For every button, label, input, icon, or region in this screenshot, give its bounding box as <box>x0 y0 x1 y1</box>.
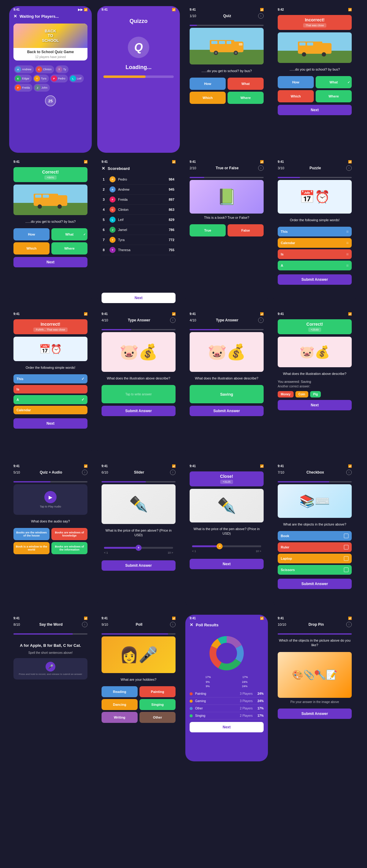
poll-writing[interactable]: Writing <box>102 712 138 723</box>
slider-close-thumb[interactable]: 4 <box>217 543 223 549</box>
checkbox-laptop[interactable]: Laptop <box>278 554 352 563</box>
avatar-jamel: J <box>110 227 116 233</box>
puzzle-calendar[interactable]: Calendar ≡ <box>278 238 352 248</box>
info-icon-10[interactable]: i <box>170 317 175 323</box>
answer-what[interactable]: What <box>228 78 264 90</box>
audio-player[interactable]: ▶ Tap to Play Audio <box>13 484 87 515</box>
type-submit[interactable]: Submit Answer <box>102 406 175 416</box>
audio-ans-2[interactable]: Books are windows of knowledge <box>51 528 87 540</box>
puzzle-image: 📅⏰ <box>278 180 352 214</box>
status-bar-5: 9:41 📶 <box>9 158 92 164</box>
puzzle-items: This ≡ Calendar ≡ Is ≡ A ≡ <box>278 227 352 272</box>
audio-ans-4[interactable]: Books are windows of the information <box>51 542 87 554</box>
answer-where[interactable]: Where <box>228 92 264 104</box>
next-button-12[interactable]: Next <box>278 400 352 410</box>
scoreboard-next[interactable]: Next <box>102 293 175 303</box>
answer-filled[interactable]: Saving <box>190 385 264 403</box>
checkbox-icon[interactable] <box>344 533 349 538</box>
next-button-9[interactable]: Next <box>13 418 87 429</box>
info-icon-8[interactable]: i <box>346 165 352 171</box>
info-icon-7[interactable]: i <box>258 165 264 171</box>
puzzle-submit[interactable]: Submit Answer <box>278 274 352 285</box>
slider-submit[interactable]: Submit Answer <box>102 560 175 571</box>
poll-results-next[interactable]: Next <box>190 722 264 732</box>
poll-options: Reading Painting Dancing Singing Writing… <box>102 686 175 723</box>
play-button[interactable]: ▶ <box>44 491 57 503</box>
checkbox-icon-2[interactable] <box>344 545 349 550</box>
info-icon-18[interactable]: i <box>170 622 175 627</box>
answer-which-4[interactable]: Which <box>278 90 314 102</box>
answer-false[interactable]: False <box>228 224 264 237</box>
result-calendar: Calendar <box>13 406 87 414</box>
answer-which-5[interactable]: Which <box>13 242 50 254</box>
correct-type-question: What does the illustration above describ… <box>278 372 352 376</box>
checkbox-ruler[interactable]: Ruler <box>278 542 352 552</box>
answer-how-4[interactable]: How <box>278 76 314 88</box>
progress-fill-13 <box>13 481 51 483</box>
info-icon-11[interactable]: i <box>258 317 264 323</box>
drop-pin-image[interactable]: 🎨📎🔧📝 <box>278 652 352 698</box>
info-icon-13[interactable]: i <box>82 470 87 475</box>
puzzle-is[interactable]: Is ≡ <box>278 249 352 259</box>
slider-track[interactable]: 5 <box>104 547 173 549</box>
score-andrew: 2 A Andrew 945 <box>102 185 175 195</box>
puzzle-a[interactable]: A ≡ <box>278 260 352 270</box>
progress-fill-8 <box>278 177 300 178</box>
phone-true-false: 9:41 📶 2/10 True or False i 📗 This is a … <box>185 158 268 305</box>
svg-rect-18 <box>35 195 41 198</box>
poll-painting[interactable]: Painting <box>139 686 175 697</box>
poll-dancing[interactable]: Dancing <box>102 699 138 710</box>
progress-bar-16 <box>278 481 352 483</box>
checkbox-icon-3[interactable] <box>344 556 349 561</box>
audio-ans-1[interactable]: Books are the windows of the house <box>13 528 50 540</box>
answer-how[interactable]: How <box>190 78 226 90</box>
avatar: A <box>15 66 21 72</box>
score-tyra: 7 T Tyra 772 <box>102 235 175 245</box>
checkbox-scissors[interactable]: Scissors <box>278 565 352 575</box>
poll-singing[interactable]: Singing <box>139 699 175 710</box>
poll-other[interactable]: Other <box>139 712 175 723</box>
player-pedro: P Pedro <box>50 74 68 83</box>
mic-icon[interactable]: 🎤 <box>46 662 55 672</box>
score-pedro: 1 P Pedro 984 <box>102 175 175 185</box>
puzzle-this[interactable]: This ≡ <box>278 227 352 237</box>
checkbox-book[interactable]: Book <box>278 531 352 541</box>
info-icon-17[interactable]: i <box>82 622 87 627</box>
type-filled-submit[interactable]: Submit Answer <box>190 406 264 416</box>
next-button-5[interactable]: Next <box>13 257 87 267</box>
answer-what-4[interactable]: What✓ <box>316 76 352 88</box>
answer-where-5[interactable]: Where <box>51 242 87 254</box>
close-icon-6[interactable]: ✕ <box>102 166 105 171</box>
audio-answers: Books are the windows of the house Books… <box>13 528 87 554</box>
phone-type-answer-filled: 9:41 📶 4/10 Type Answer i 🐷💰 What does t… <box>185 310 268 457</box>
write-area[interactable]: Tap to write answer <box>102 385 175 403</box>
info-icon[interactable]: i <box>258 13 264 19</box>
progress-bar-17 <box>13 633 87 634</box>
status-bar-18: 9:41 📶 <box>97 615 180 621</box>
answer-how-5[interactable]: How <box>13 228 50 241</box>
type-filled-header: 4/10 Type Answer i <box>185 316 268 324</box>
drop-pin-submit[interactable]: Submit Answer <box>278 709 352 719</box>
answer-which[interactable]: Which <box>190 92 226 104</box>
info-icon-14[interactable]: i <box>170 470 175 475</box>
svg-point-15 <box>322 52 326 57</box>
checkbox-submit[interactable]: Submit Answer <box>278 579 352 589</box>
slider-image: ✒️ <box>102 484 175 524</box>
next-button-4[interactable]: Next <box>278 105 352 115</box>
result-banner-12: Correct! +2549 <box>278 319 352 334</box>
slider-close-track[interactable]: 4 <box>192 546 261 547</box>
poll-reading[interactable]: Reading <box>102 686 138 697</box>
next-button-15[interactable]: Next <box>190 559 264 569</box>
answer-what-5[interactable]: What✓ <box>51 228 87 241</box>
answer-true[interactable]: True <box>190 224 226 237</box>
svg-rect-13 <box>307 42 313 45</box>
checkbox-icon-4[interactable] <box>344 567 349 572</box>
mic-area[interactable]: 🎤 Press and hold to record, and release … <box>13 658 87 680</box>
close-icon[interactable]: ✕ <box>13 14 17 19</box>
info-icon-20[interactable]: i <box>346 622 352 627</box>
slider-thumb[interactable]: 5 <box>136 545 142 551</box>
info-icon-16[interactable]: i <box>346 470 352 475</box>
answer-where-4[interactable]: Where <box>316 90 352 102</box>
close-icon-19[interactable]: ✕ <box>190 622 193 627</box>
audio-ans-3[interactable]: Book is a window to the world <box>13 542 50 554</box>
